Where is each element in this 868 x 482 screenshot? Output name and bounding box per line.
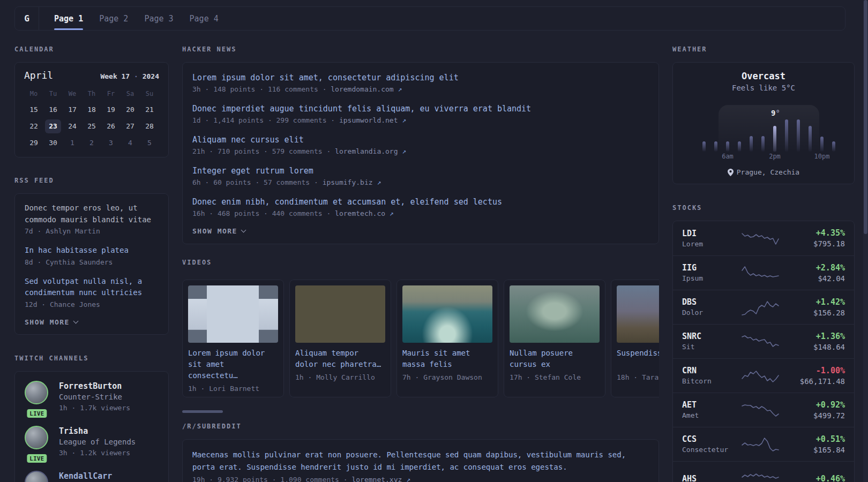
hn-item-title[interactable]: Donec enim nibh, condimentum et accumsan…: [192, 196, 649, 208]
twitch-channel-name[interactable]: ForrestBurton: [59, 381, 130, 391]
hn-item-domain-link[interactable]: loremlandia.org: [335, 147, 398, 155]
weather-widget: Overcast Feels like 5°C 9° 6am2pm10pm Pr…: [672, 62, 855, 184]
videos-carousel-scrollbar-thumb[interactable]: [182, 410, 223, 413]
calendar-month: April: [24, 70, 53, 81]
top-nav: G Page 1Page 2Page 3Page 4: [14, 6, 845, 31]
video-title[interactable]: Aliquam tempor dolor nec pharetra…: [295, 348, 385, 370]
hn-item: Integer eget rutrum lorem6h · 60 points …: [192, 165, 649, 189]
stocks-widget: LDILorem+4.35%$795.18IIGIpsum+2.84%$42.0…: [672, 221, 855, 482]
calendar-widget: April Week 17 · 2024 MoTuWeThFrSaSu15161…: [14, 62, 169, 157]
rss-item: In hac habitasse platea8d · Cynthia Saun…: [25, 245, 159, 268]
external-link-icon: ↗: [406, 476, 410, 482]
calendar-day: 29: [24, 134, 43, 151]
stock-row[interactable]: LDILorem+4.35%$795.18: [673, 221, 854, 255]
subreddit-post-title[interactable]: Maecenas mollis pulvinar erat non posuer…: [192, 449, 649, 473]
stock-symbol: CRN: [682, 365, 740, 376]
rss-item-meta: 12d · Chance Jones: [25, 299, 159, 310]
hn-item-meta: 1d · 1,414 points · 299 comments · ipsum…: [192, 115, 649, 126]
avatar[interactable]: [25, 471, 48, 482]
hn-item: Lorem ipsum dolor sit amet, consectetur …: [192, 72, 649, 95]
weather-bar: [773, 126, 776, 152]
twitch-channel-row: KendallCarr: [25, 471, 159, 482]
subreddit-section-title: /R/SUBREDDIT: [182, 423, 659, 430]
rss-item-title[interactable]: Sed volutpat nulla nisl, a condimentum n…: [25, 276, 159, 299]
stock-sparkline: [740, 470, 781, 482]
video-title[interactable]: Nullam posuere cursus ex: [510, 348, 600, 370]
external-link-icon: ↗: [402, 147, 406, 155]
rss-section-title: RSS FEED: [14, 177, 169, 184]
twitch-channel-meta: 3h · 1.2k viewers: [59, 448, 136, 458]
tab-page-4[interactable]: Page 4: [190, 7, 219, 30]
video-title[interactable]: Suspendisse diam: [617, 348, 659, 370]
twitch-channel-name[interactable]: KendallCarr: [59, 471, 112, 481]
hn-item-domain-link[interactable]: loremdomain.com: [331, 85, 393, 93]
calendar-day: 2: [82, 134, 101, 151]
video-thumbnail-foggy-field-person[interactable]: [617, 285, 659, 343]
stock-row[interactable]: AHS+0.46%: [673, 461, 854, 482]
calendar-week-year: Week 17 · 2024: [100, 72, 159, 80]
stock-change: -1.00%: [781, 365, 845, 376]
page-scrollbar-thumb[interactable]: [864, 0, 867, 234]
hn-item-domain-link[interactable]: loremtech.co: [335, 209, 385, 217]
hn-item-title[interactable]: Lorem ipsum dolor sit amet, consectetur …: [192, 72, 649, 84]
stock-row[interactable]: SNRCSit+1.36%$148.64: [673, 324, 854, 358]
page-scrollbar[interactable]: [863, 0, 868, 482]
calendar-day: 5: [140, 134, 159, 151]
stock-symbol: IIG: [682, 262, 740, 273]
video-card: Lorem ipsum dolor sit amet consectetu…1h…: [182, 280, 284, 397]
video-meta: 1h · Lori Barnett: [188, 385, 278, 393]
rss-widget: Donec tempor eros leo, ut commodo mauris…: [14, 193, 169, 335]
video-title[interactable]: Mauris sit amet massa felis: [402, 348, 492, 370]
twitch-section-title: TWITCH CHANNELS: [14, 355, 169, 362]
avatar[interactable]: [25, 426, 48, 449]
stock-row[interactable]: CRNBitcorn-1.00%$66,171.48: [673, 358, 854, 393]
middle-column: HACKER NEWS Lorem ipsum dolor sit amet, …: [182, 46, 659, 482]
weather-hour-labels: 6am2pm10pm: [698, 153, 840, 161]
calendar-grid: MoTuWeThFrSaSu15161718192021222324252627…: [24, 88, 159, 151]
weather-bar: [761, 136, 765, 152]
hn-item-domain-link[interactable]: ipsumworld.net: [339, 116, 398, 124]
tab-page-3[interactable]: Page 3: [144, 7, 173, 30]
calendar-day: 20: [121, 101, 140, 118]
calendar-week-label: Week 17: [100, 72, 130, 80]
videos-carousel[interactable]: Lorem ipsum dolor sit amet consectetu…1h…: [182, 280, 659, 397]
rss-show-more-button[interactable]: SHOW MORE: [25, 318, 159, 326]
twitch-channel-row: LIVEForrestBurtonCounter-Strike1h · 1.7k…: [25, 381, 159, 413]
calendar-separator: ·: [134, 72, 138, 80]
stock-symbol: SNRC: [682, 331, 740, 342]
rss-item-title[interactable]: Donec tempor eros leo, ut commodo mauris…: [25, 202, 159, 225]
calendar-section-title: CALENDAR: [14, 46, 169, 53]
calendar-day: 22: [24, 118, 43, 134]
hn-show-more-button[interactable]: SHOW MORE: [192, 227, 649, 235]
stock-symbol: AHS: [682, 473, 740, 482]
stock-row[interactable]: IIGIpsum+2.84%$42.04: [673, 255, 854, 290]
stock-row[interactable]: CCSConsectetur+0.51%$165.84: [673, 427, 854, 461]
stock-sparkline: [740, 367, 781, 385]
calendar-day: 17: [63, 101, 82, 118]
avatar[interactable]: [25, 381, 48, 404]
video-thumbnail-sea-boat-wake[interactable]: [402, 285, 492, 343]
hacker-news-widget: Lorem ipsum dolor sit amet, consectetur …: [182, 62, 659, 244]
weather-hour-label: 10pm: [814, 153, 830, 160]
external-link-icon: ↗: [390, 209, 394, 217]
hn-item-title[interactable]: Donec imperdiet augue tincidunt felis al…: [192, 103, 649, 115]
rss-item-title[interactable]: In hac habitasse platea: [25, 245, 159, 257]
video-thumbnail-concrete-pillars-sky[interactable]: [188, 285, 278, 343]
hn-item-title[interactable]: Integer eget rutrum lorem: [192, 165, 649, 177]
hn-item-domain-link[interactable]: ipsumify.biz: [323, 178, 373, 186]
twitch-channel-name[interactable]: Trisha: [59, 426, 136, 436]
app-logo[interactable]: G: [15, 7, 39, 30]
stock-name: Bitcorn: [682, 376, 740, 386]
stock-row[interactable]: AETAmet+0.92%$499.72: [673, 393, 854, 427]
tab-page-2[interactable]: Page 2: [99, 7, 128, 30]
video-title[interactable]: Lorem ipsum dolor sit amet consectetu…: [188, 348, 278, 381]
stock-row[interactable]: DBSDolor+1.42%$156.28: [673, 290, 854, 324]
stock-sparkline: [740, 298, 781, 317]
twitch-channel-category: League of Legends: [59, 436, 136, 448]
video-thumbnail-hands-holding-camera[interactable]: [295, 285, 385, 343]
tab-page-1[interactable]: Page 1: [54, 7, 83, 30]
video-thumbnail-canoe-on-lake[interactable]: [510, 285, 600, 343]
subreddit-post-domain-link[interactable]: loremnet.xyz: [351, 476, 402, 482]
stock-change: +2.84%: [781, 262, 845, 273]
hn-item-title[interactable]: Aliquam nec cursus elit: [192, 134, 649, 146]
